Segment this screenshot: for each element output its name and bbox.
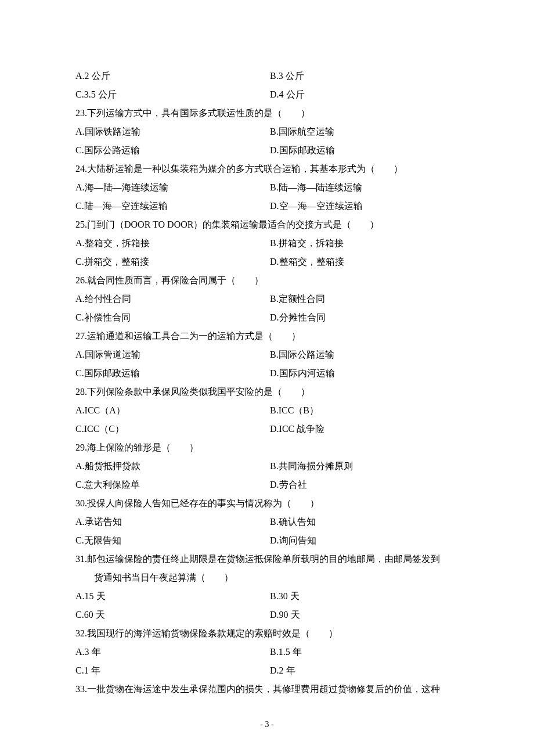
question-31-line2: 货通知书当日午夜起算满（ ） [75, 568, 464, 587]
option-b: B.国际航空运输 [270, 123, 464, 141]
option-row: A.船货抵押贷款 B.共同海损分摊原则 [75, 457, 464, 476]
option-b: B.1.5 年 [270, 643, 464, 661]
question-27: 27.运输通道和运输工具合二为一的运输方式是（ ） [75, 327, 464, 345]
option-d: D.ICC 战争险 [270, 420, 464, 438]
option-c: C.ICC（C） [75, 420, 270, 438]
option-row: A.承诺告知 B.确认告知 [75, 513, 464, 531]
option-a: A.整箱交，拆箱接 [75, 234, 270, 253]
option-row: C.ICC（C） D.ICC 战争险 [75, 420, 464, 438]
question-31-line1: 31.邮包运输保险的责任终止期限是在货物运抵保险单所载明的目的地邮局，由邮局签发… [75, 550, 464, 568]
option-d: D.国际邮政运输 [270, 141, 464, 160]
option-d: D.国际内河运输 [270, 364, 464, 383]
question-25: 25.门到门（DOOR TO DOOR）的集装箱运输最适合的交接方式是（ ） [75, 215, 464, 234]
option-b: B.陆—海—陆连续运输 [270, 178, 464, 197]
option-c: C.拼箱交，整箱接 [75, 253, 270, 271]
question-32: 32.我国现行的海洋运输货物保险条款规定的索赔时效是（ ） [75, 624, 464, 643]
option-c: C.陆—海—空连续运输 [75, 197, 270, 215]
option-row: A.国际铁路运输 B.国际航空运输 [75, 123, 464, 141]
option-c: C.意大利保险单 [75, 476, 270, 494]
option-c: C.1 年 [75, 661, 270, 680]
option-row: C.3.5 公斤 D.4 公斤 [75, 85, 464, 104]
option-b: B.ICC（B） [270, 401, 464, 420]
option-d: D.分摊性合同 [270, 308, 464, 327]
option-c: C.3.5 公斤 [75, 85, 270, 104]
question-30: 30.投保人向保险人告知已经存在的事实与情况称为（ ） [75, 494, 464, 513]
option-c: C.60 天 [75, 606, 270, 624]
option-b: B.共同海损分摊原则 [270, 457, 464, 476]
option-row: C.国际邮政运输 D.国际内河运输 [75, 364, 464, 383]
option-row: A.3 年 B.1.5 年 [75, 643, 464, 661]
option-row: A.国际管道运输 B.国际公路运输 [75, 345, 464, 364]
option-d: D.整箱交，整箱接 [270, 253, 464, 271]
option-b: B.3 公斤 [270, 67, 464, 85]
option-row: A.整箱交，拆箱接 B.拼箱交，拆箱接 [75, 234, 464, 253]
option-a: A.2 公斤 [75, 67, 270, 85]
option-a: A.海—陆—海连续运输 [75, 178, 270, 197]
option-row: C.意大利保险单 D.劳合社 [75, 476, 464, 494]
option-a: A.船货抵押贷款 [75, 457, 270, 476]
option-b: B.确认告知 [270, 513, 464, 531]
option-row: A.15 天 B.30 天 [75, 587, 464, 606]
option-a: A.国际铁路运输 [75, 123, 270, 141]
option-c: C.无限告知 [75, 531, 270, 550]
option-row: C.拼箱交，整箱接 D.整箱交，整箱接 [75, 253, 464, 271]
question-33: 33.一批货物在海运途中发生承保范围内的损失，其修理费用超过货物修复后的价值，这… [75, 680, 464, 699]
option-c: C.补偿性合同 [75, 308, 270, 327]
option-c: C.国际公路运输 [75, 141, 270, 160]
option-a: A.给付性合同 [75, 290, 270, 308]
question-26: 26.就合同性质而言，再保险合同属于（ ） [75, 271, 464, 290]
option-d: D.劳合社 [270, 476, 464, 494]
option-b: B.30 天 [270, 587, 464, 606]
option-row: C.国际公路运输 D.国际邮政运输 [75, 141, 464, 160]
option-a: A.承诺告知 [75, 513, 270, 531]
option-d: D.90 天 [270, 606, 464, 624]
option-row: A.ICC（A） B.ICC（B） [75, 401, 464, 420]
option-row: C.补偿性合同 D.分摊性合同 [75, 308, 464, 327]
option-d: D.4 公斤 [270, 85, 464, 104]
option-row: C.陆—海—空连续运输 D.空—海—空连续运输 [75, 197, 464, 215]
option-row: A.2 公斤 B.3 公斤 [75, 67, 464, 85]
option-row: C.1 年 D.2 年 [75, 661, 464, 680]
question-23: 23.下列运输方式中，具有国际多式联运性质的是（ ） [75, 104, 464, 123]
option-b: B.国际公路运输 [270, 345, 464, 364]
option-a: A.国际管道运输 [75, 345, 270, 364]
question-28: 28.下列保险条款中承保风险类似我国平安险的是（ ） [75, 383, 464, 401]
option-a: A.3 年 [75, 643, 270, 661]
option-row: C.无限告知 D.询问告知 [75, 531, 464, 550]
option-d: D.询问告知 [270, 531, 464, 550]
page-number: - 3 - [0, 717, 534, 733]
option-d: D.2 年 [270, 661, 464, 680]
option-c: C.国际邮政运输 [75, 364, 270, 383]
option-b: B.拼箱交，拆箱接 [270, 234, 464, 253]
option-a: A.15 天 [75, 587, 270, 606]
option-b: B.定额性合同 [270, 290, 464, 308]
option-a: A.ICC（A） [75, 401, 270, 420]
question-29: 29.海上保险的雏形是（ ） [75, 438, 464, 457]
question-24: 24.大陆桥运输是一种以集装箱为媒介的多方式联合运输，其基本形式为（ ） [75, 160, 464, 178]
option-row: A.海—陆—海连续运输 B.陆—海—陆连续运输 [75, 178, 464, 197]
option-row: A.给付性合同 B.定额性合同 [75, 290, 464, 308]
option-d: D.空—海—空连续运输 [270, 197, 464, 215]
document-page: A.2 公斤 B.3 公斤 C.3.5 公斤 D.4 公斤 23.下列运输方式中… [0, 0, 534, 756]
option-row: C.60 天 D.90 天 [75, 606, 464, 624]
